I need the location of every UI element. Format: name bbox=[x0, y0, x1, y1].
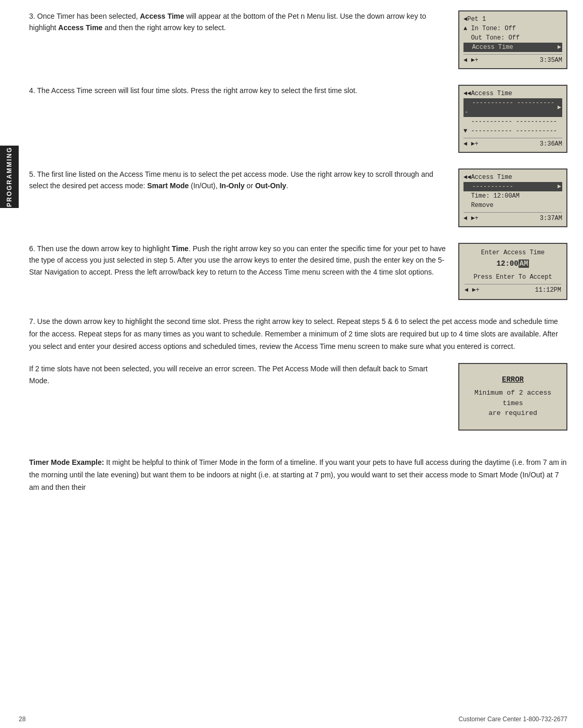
lcd-line: ▲ In Tone: Off bbox=[463, 24, 562, 33]
page-wrapper: PROGRAMMING 3. Once Timer has been selec… bbox=[0, 0, 583, 728]
footer: 28 Customer Care Center 1-800-732-2677 bbox=[19, 716, 567, 723]
step6-text: 6. Then use the down arrow key to highli… bbox=[29, 243, 448, 278]
step3-screen: ◄Pet 1 ▲ In Tone: Off Out Tone: Off Acce… bbox=[458, 10, 567, 69]
step7-text: 7. Use the down arrow key to highlight t… bbox=[29, 316, 567, 353]
main-content: 3. Once Timer has been selected, Access … bbox=[19, 0, 583, 728]
step6-row: 6. Then use the down arrow key to highli… bbox=[29, 243, 567, 300]
lcd-line-highlighted: ----------- ► bbox=[463, 182, 562, 191]
timer-example-text: Timer Mode Example: It might be helpful … bbox=[29, 457, 567, 493]
lcd-time-display: 12:00AM bbox=[465, 258, 561, 269]
sidebar-label-container: PROGRAMMING bbox=[0, 146, 19, 208]
lcd-line-highlighted: ----------- ----------- ► bbox=[463, 98, 562, 117]
lcd-line-highlighted: Access Time ► bbox=[463, 43, 562, 52]
lcd-bottom: ◄ ►+ 3:35AM bbox=[463, 56, 562, 65]
step4-row: 4. The Access Time screen will list four… bbox=[29, 85, 567, 153]
step5-text: 5. The first line listed on the Access T… bbox=[29, 168, 448, 192]
error-screen: ERROR Minimum of 2 access times are requ… bbox=[458, 363, 567, 431]
sidebar: PROGRAMMING bbox=[0, 0, 19, 728]
lcd-line: ◄Pet 1 bbox=[463, 15, 562, 24]
error-title: ERROR bbox=[502, 375, 524, 384]
step3-text: 3. Once Timer has been selected, Access … bbox=[29, 10, 448, 34]
lcd-line: ----------- ----------- bbox=[463, 117, 562, 126]
step4-text: 4. The Access Time screen will list four… bbox=[29, 85, 448, 96]
page-number: 28 bbox=[19, 716, 25, 723]
step5-screen: ◄◄Access Time ----------- ► Time: 12:00A… bbox=[458, 168, 567, 227]
lcd-line: Time: 12:00AM bbox=[463, 191, 562, 201]
lcd-line: ▼ ----------- ----------- bbox=[463, 126, 562, 136]
error-section-row: If 2 time slots have not been selected, … bbox=[29, 363, 567, 431]
lcd-bottom: ◄ ►+ 3:37AM bbox=[463, 214, 562, 223]
lcd-line: Remove bbox=[463, 201, 562, 210]
lcd-line: Out Tone: Off bbox=[463, 33, 562, 43]
lcd-line: ◄◄Access Time bbox=[463, 89, 562, 98]
step4-screen: ◄◄Access Time ----------- ----------- ► … bbox=[458, 85, 567, 153]
sidebar-label: PROGRAMMING bbox=[6, 147, 13, 207]
lcd-line: Press Enter To Accept bbox=[465, 272, 561, 282]
lcd-line: Enter Access Time bbox=[465, 248, 561, 257]
lcd-line: ◄◄Access Time bbox=[463, 173, 562, 182]
step3-row: 3. Once Timer has been selected, Access … bbox=[29, 10, 567, 69]
lcd-bottom: ◄ ►+ 3:36AM bbox=[463, 139, 562, 149]
timer-example-label: Timer Mode Example: bbox=[29, 458, 104, 466]
error-message: Minimum of 2 access times are required bbox=[463, 388, 562, 419]
customer-care: Customer Care Center 1-800-732-2677 bbox=[459, 716, 567, 723]
step5-row: 5. The first line listed on the Access T… bbox=[29, 168, 567, 227]
step6-screen: Enter Access Time 12:00AM Press Enter To… bbox=[458, 243, 567, 300]
error-intro-text: If 2 time slots have not been selected, … bbox=[29, 363, 448, 386]
lcd-bottom: ◄ ►+ 11:12PM bbox=[465, 285, 561, 295]
